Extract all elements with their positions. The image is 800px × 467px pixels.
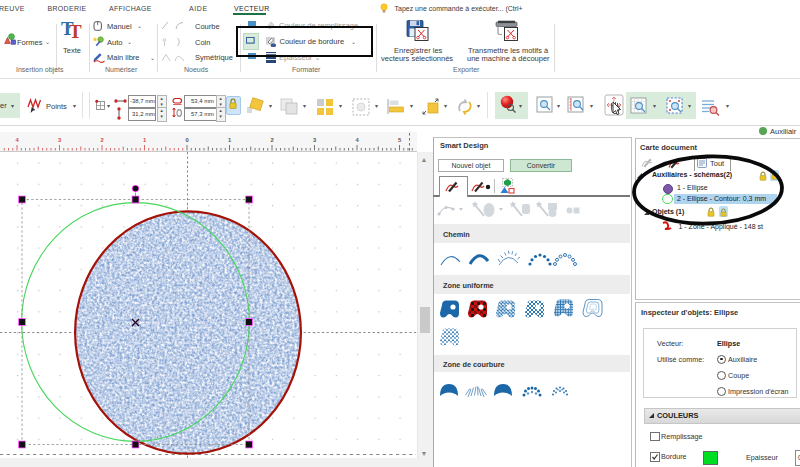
svg-text:2: 2 xyxy=(270,137,273,143)
svg-text:0: 0 xyxy=(185,137,188,143)
svg-text:2: 2 xyxy=(100,137,103,143)
